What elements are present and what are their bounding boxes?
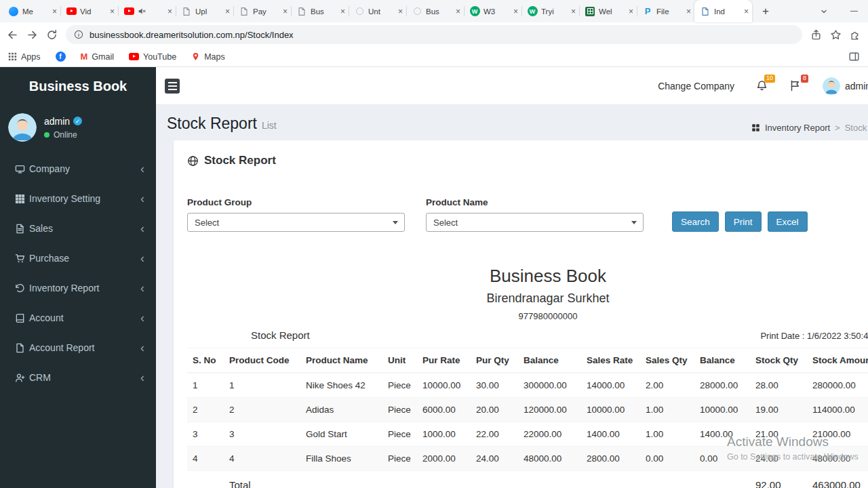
minimize-button[interactable] [846,4,861,19]
address-bar[interactable]: businessbook.dreameritsolution.com.np/St… [66,25,802,44]
sidebar-item-label: Inventory Report [29,283,100,293]
table-cell: 1000.00 [417,422,471,447]
column-header: Sales Rate [581,348,640,373]
monitor-icon [15,164,26,174]
table-cell: 30.00 [471,373,518,398]
sidebar-item-inventory-report[interactable]: Inventory Report‹ [0,273,156,303]
browser-tab[interactable]: Me× [3,0,60,22]
search-button[interactable]: Search [672,211,719,232]
sidebar-item-company[interactable]: Company‹ [0,154,156,184]
browser-tab[interactable]: Upl× [176,0,233,22]
excel-button[interactable]: Excel [768,211,808,232]
browser-tab[interactable]: Wel× [579,0,637,22]
tab-close-icon[interactable]: × [110,7,115,16]
sidebar-item-label: Sales [29,223,53,234]
table-cell: 22000.00 [518,422,581,447]
back-button[interactable] [7,29,18,41]
sidebar-item-account[interactable]: Account‹ [0,303,156,333]
browser-tab[interactable]: Pay× [233,0,291,22]
tab-close-icon[interactable]: × [398,7,403,16]
sidebar-item-crm[interactable]: CRM‹ [0,363,156,392]
content-header: Stock ReportList Inventory Report > Stoc… [156,105,868,138]
tab-close-icon[interactable]: × [744,7,749,16]
verified-check-icon [73,117,82,125]
card-title-row: Stock Report [187,154,868,167]
breadcrumb-current: Stock Report [845,123,868,133]
column-header: Product Code [224,348,300,373]
new-tab-button[interactable]: + [757,0,774,22]
tab-close-icon[interactable]: × [686,7,691,16]
refresh-button[interactable] [46,29,58,41]
product-group-select[interactable]: Select [187,213,405,232]
bookmark-label: Maps [204,52,225,62]
tab-close-icon[interactable]: × [629,7,633,16]
browser-tab[interactable]: Vid× [60,0,118,22]
brand-logo[interactable]: Business Book [0,67,156,105]
product-group-label: Product Group [187,197,405,207]
breadcrumb-separator: > [835,123,840,133]
print-button[interactable]: Print [725,211,762,232]
user-menu[interactable]: admin [812,67,868,104]
chevron-left-icon: ‹ [140,371,144,384]
header-user-name: admin [845,81,868,92]
table-cell: 6000.00 [417,398,471,422]
table-header-row: S. NoProduct CodeProduct NameUnitPur Rat… [187,348,868,373]
tab-close-icon[interactable]: × [52,7,57,16]
tab-close-icon[interactable]: × [456,7,460,16]
share-icon[interactable] [810,29,822,41]
breadcrumb-link[interactable]: Inventory Report [765,123,830,133]
tab-close-icon[interactable]: × [283,7,288,16]
bookmark-item-maps[interactable]: Maps [191,52,225,62]
user-status[interactable]: Online [44,130,82,140]
notifications-button[interactable]: 10 [745,67,778,104]
tab-close-icon[interactable]: × [167,7,172,16]
filters-row: Product Group Select Product Name Select… [187,197,868,232]
sidebar-item-inventory-setting[interactable]: Inventory Setting‹ [0,184,156,214]
bookmarks-bar: AppsfMGmailYouTubeMaps [0,47,868,67]
window-controls [816,0,868,22]
forward-button[interactable] [26,29,38,41]
tab-title: Vid [80,7,106,16]
table-cell: Piece [382,447,417,471]
bookmark-item-gmail[interactable]: MGmail [81,52,115,62]
tab-close-icon[interactable]: × [571,7,576,16]
page-subtitle: List [262,120,277,131]
youtube-favicon [123,6,134,17]
header-right: Change Company 10 8 admin [647,67,868,104]
bookmark-item[interactable]: f [56,52,66,62]
browser-tab[interactable]: WW3× [464,0,521,22]
browser-tab[interactable]: PFile× [637,0,694,22]
tab-close-icon[interactable]: × [513,7,518,16]
table-cell: 2800.00 [581,447,640,471]
report-header: Business Book Birendranagar Surkhet 9779… [187,266,868,321]
browser-tab[interactable]: Bus× [291,0,349,22]
page-gray-favicon [296,6,307,17]
browser-tab[interactable]: × [118,0,176,22]
bookmark-item-youtube[interactable]: YouTube [129,52,176,62]
bookmark-star-icon[interactable] [830,29,842,41]
sidebar-item-account-report[interactable]: Account Report‹ [0,333,156,363]
browser-tab[interactable]: Unt× [349,0,406,22]
tab-close-icon[interactable]: × [225,7,230,16]
table-total-cell [640,471,694,488]
flags-button[interactable]: 8 [778,67,812,104]
browser-tab[interactable]: Ind× [694,0,752,22]
sidebar-toggle-button[interactable] [165,79,180,94]
side-panel-icon[interactable] [848,51,860,62]
extensions-puzzle-icon[interactable] [850,29,861,41]
change-company-button[interactable]: Change Company [647,67,745,104]
product-name-select[interactable]: Select [426,213,644,232]
sidebar-item-sales[interactable]: Sales‹ [0,214,156,243]
muted-speaker-icon[interactable] [138,7,146,16]
tab-search-caret-icon[interactable] [816,4,831,19]
apps-grid-icon [8,52,17,61]
sidebar-item-purchase[interactable]: Purchase‹ [0,243,156,273]
app-header: Change Company 10 8 admin [156,67,868,105]
activate-windows-watermark: Activate Windows Go to Settings to activ… [727,434,859,462]
bookmark-item-apps[interactable]: Apps [8,52,41,62]
site-info-icon[interactable] [74,30,83,39]
browser-tab[interactable]: WTryi× [521,0,579,22]
cart-icon [15,253,26,264]
browser-tab[interactable]: Bus× [406,0,464,22]
tab-close-icon[interactable]: × [340,7,345,16]
